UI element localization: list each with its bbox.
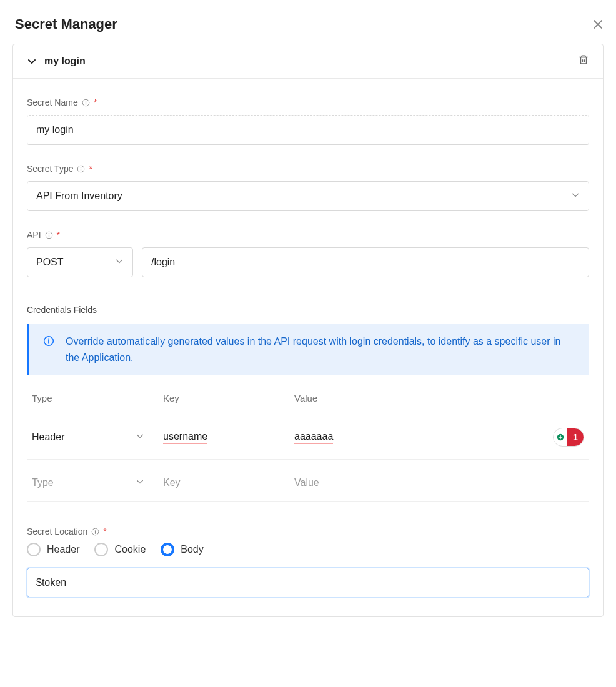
close-icon[interactable]	[592, 19, 604, 30]
svg-rect-9	[49, 234, 49, 237]
cred-value-input[interactable]: Value	[294, 477, 534, 488]
api-path-input[interactable]	[142, 247, 589, 277]
chevron-down-icon	[136, 477, 144, 488]
credentials-table-header: Type Key Value	[27, 387, 589, 410]
cred-type-select[interactable]: Header	[32, 432, 144, 443]
svg-point-5	[81, 167, 81, 167]
required-asterisk: *	[57, 230, 60, 239]
badge-count: 1	[567, 428, 584, 446]
credentials-row-empty: Type Key Value	[27, 460, 589, 502]
chevron-down-icon	[571, 190, 580, 202]
col-value: Value	[294, 393, 534, 403]
alert-text: Override automatically generated values …	[66, 334, 577, 365]
required-asterisk: *	[94, 98, 97, 107]
svg-rect-0	[581, 57, 587, 64]
svg-rect-12	[48, 340, 49, 344]
radio-icon	[94, 543, 108, 556]
chevron-down-icon	[136, 432, 144, 443]
api-label: API	[27, 230, 41, 240]
plus-shield-icon	[554, 428, 567, 446]
api-method-select[interactable]: POST	[27, 247, 133, 277]
info-icon	[45, 231, 53, 239]
svg-point-2	[85, 101, 86, 101]
cred-key-input[interactable]: username	[163, 431, 294, 444]
location-radio-cookie[interactable]: Cookie	[94, 543, 146, 556]
radio-icon	[161, 543, 174, 556]
col-type: Type	[32, 393, 163, 403]
info-icon	[91, 528, 99, 536]
suggestion-badge[interactable]: 1	[553, 428, 584, 447]
chevron-down-icon	[115, 257, 124, 268]
api-method-value: POST	[36, 257, 64, 268]
cred-key-input[interactable]: Key	[163, 477, 294, 488]
info-icon	[43, 335, 54, 349]
secret-panel: my login Secret Name * Secret Type	[12, 44, 604, 617]
secret-location-input[interactable]: $token	[27, 568, 589, 598]
cred-type-value: Header	[32, 432, 64, 443]
secret-type-value: API From Inventory	[36, 190, 122, 202]
svg-point-15	[95, 530, 96, 530]
svg-point-8	[48, 233, 49, 234]
dialog-title: Secret Manager	[15, 16, 117, 32]
svg-rect-3	[86, 102, 86, 104]
col-key: Key	[163, 393, 294, 403]
location-radio-header[interactable]: Header	[27, 543, 79, 556]
svg-rect-16	[95, 531, 96, 533]
location-radio-body[interactable]: Body	[161, 543, 203, 556]
trash-icon[interactable]	[578, 54, 589, 68]
svg-rect-6	[81, 168, 81, 171]
credentials-label: Credentials Fields	[27, 305, 589, 315]
svg-point-11	[48, 339, 49, 340]
required-asterisk: *	[89, 164, 92, 173]
panel-title: my login	[44, 56, 86, 67]
required-asterisk: *	[103, 527, 106, 536]
info-icon	[82, 99, 90, 107]
credentials-alert: Override automatically generated values …	[27, 324, 589, 375]
radio-icon	[27, 543, 41, 556]
secret-name-label: Secret Name	[27, 97, 78, 107]
cred-type-select[interactable]: Type	[32, 477, 144, 488]
cred-value-input[interactable]: aaaaaaa	[294, 431, 534, 444]
chevron-down-icon[interactable]	[27, 56, 37, 66]
credentials-row: Header username aaaaaaa	[27, 410, 589, 460]
secret-type-select[interactable]: API From Inventory	[27, 181, 589, 211]
secret-location-label: Secret Location	[27, 526, 87, 536]
secret-name-input[interactable]	[27, 115, 589, 145]
secret-type-label: Secret Type	[27, 164, 73, 174]
info-icon	[77, 165, 85, 173]
